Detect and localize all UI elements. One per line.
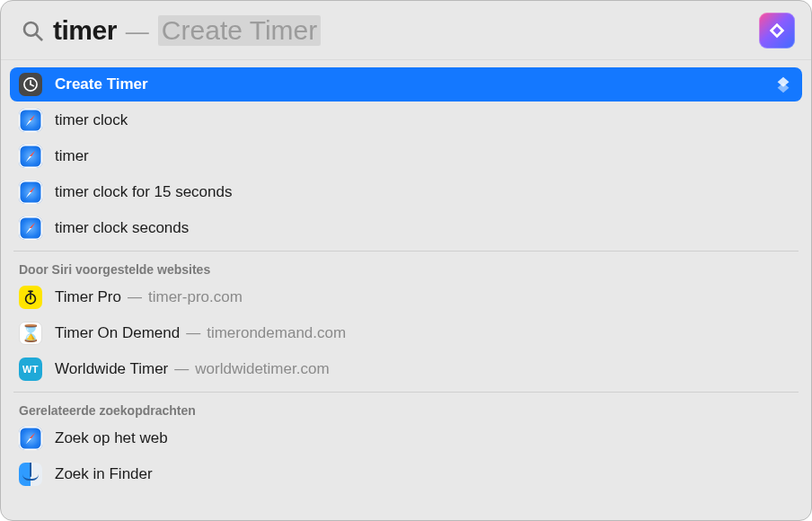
stopwatch-icon: [19, 286, 42, 309]
result-history-item[interactable]: timer clock for 15 seconds: [10, 175, 802, 209]
result-search-web[interactable]: Zoek op het web: [10, 421, 802, 455]
result-title: Zoek op het web: [55, 429, 168, 447]
result-title: timer clock: [55, 111, 128, 129]
result-title: timer clock for 15 seconds: [55, 183, 232, 201]
result-siri-site[interactable]: ⌛ Timer On Demend — timerondemand.com: [10, 316, 802, 350]
result-subtitle: timer-pro.com: [148, 288, 243, 306]
safari-icon: [19, 109, 42, 132]
safari-icon: [19, 216, 42, 240]
search-query-text: timer: [53, 17, 117, 44]
search-icon: [21, 19, 44, 42]
dash-separator: —: [128, 289, 142, 305]
result-title: Timer Pro: [55, 288, 121, 306]
section-divider: [13, 251, 799, 252]
result-search-finder[interactable]: Zoek in Finder: [10, 457, 802, 491]
result-subtitle: worldwidetimer.com: [195, 360, 329, 378]
result-history-item[interactable]: timer clock seconds: [10, 211, 802, 245]
result-title: Create Timer: [55, 75, 148, 93]
svg-line-4: [31, 84, 33, 86]
dash-separator: —: [186, 325, 200, 341]
safari-icon: [19, 427, 42, 450]
search-input[interactable]: timer — Create Timer: [53, 15, 759, 46]
dash-separator: —: [174, 361, 189, 377]
finder-icon: [19, 463, 42, 486]
hourglass-icon: ⌛: [19, 322, 42, 345]
safari-icon: [19, 145, 42, 168]
section-divider: [13, 392, 799, 393]
result-siri-site[interactable]: Timer Pro — timer-pro.com: [10, 280, 802, 314]
result-subtitle: timerondemand.com: [207, 324, 346, 342]
result-title: timer: [55, 147, 89, 165]
results-list: Create Timer timer clock timer timer clo…: [1, 60, 811, 520]
clock-icon: [19, 73, 42, 96]
result-history-item[interactable]: timer clock: [10, 103, 802, 137]
section-heading-siri-sites: Door Siri voorgestelde websites: [10, 257, 802, 280]
svg-line-1: [36, 34, 41, 40]
safari-icon: [19, 181, 42, 204]
section-heading-related: Gerelateerde zoekopdrachten: [10, 398, 802, 421]
inline-suggestion: Create Timer: [158, 15, 321, 46]
result-history-item[interactable]: timer: [10, 139, 802, 173]
worldwide-timer-icon: WT: [19, 358, 42, 381]
search-bar[interactable]: timer — Create Timer: [1, 1, 811, 60]
result-siri-site[interactable]: WT Worldwide Timer — worldwidetimer.com: [10, 352, 802, 386]
shortcuts-app-icon: [759, 13, 795, 49]
shortcuts-glyph-icon: [773, 75, 793, 94]
spotlight-window: timer — Create Timer Create Timer: [0, 0, 812, 521]
result-title: timer clock seconds: [55, 219, 189, 237]
result-title: Worldwide Timer: [55, 360, 168, 378]
result-title: Zoek in Finder: [55, 465, 153, 483]
result-top-hit[interactable]: Create Timer: [10, 67, 802, 102]
suggestion-separator: —: [126, 20, 149, 43]
result-title: Timer On Demend: [55, 324, 180, 342]
